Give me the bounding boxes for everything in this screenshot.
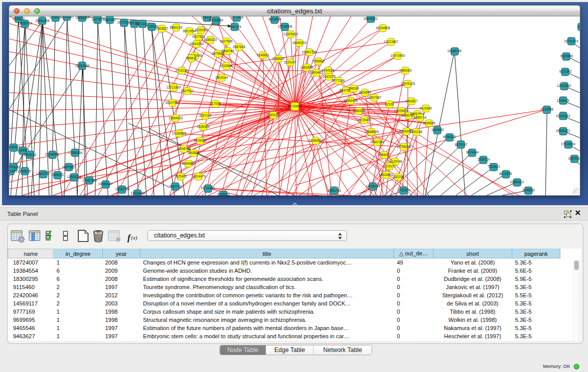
svg-text:8099489: 8099489 [182, 162, 195, 165]
svg-text:1733426: 1733426 [398, 188, 410, 192]
svg-text:16961758: 16961758 [302, 50, 317, 54]
svg-text:3915341: 3915341 [9, 169, 17, 173]
svg-text:9699695: 9699695 [423, 121, 435, 125]
svg-text:10654112: 10654112 [510, 180, 524, 184]
svg-text:19384554: 19384554 [309, 139, 323, 142]
svg-text:16107554: 16107554 [165, 101, 180, 104]
svg-text:15716485: 15716485 [201, 186, 215, 190]
svg-text:9427512: 9427512 [181, 89, 194, 93]
svg-text:16033809: 16033809 [209, 18, 224, 22]
svg-text:16543382: 16543382 [189, 42, 204, 46]
svg-text:252214: 252214 [393, 175, 404, 179]
svg-text:(x): (x) [131, 234, 138, 241]
svg-text:9329966: 9329966 [560, 54, 573, 58]
svg-text:9146821: 9146821 [257, 53, 270, 57]
svg-text:5905132: 5905132 [24, 153, 37, 157]
svg-text:17359934: 17359934 [68, 151, 83, 155]
svg-text:14136141: 14136141 [366, 184, 381, 188]
svg-text:9857791: 9857791 [169, 185, 182, 188]
svg-text:23300273: 23300273 [266, 113, 281, 117]
svg-text:1615172: 1615172 [383, 164, 396, 168]
svg-text:17046708: 17046708 [177, 147, 191, 150]
svg-text:20691406: 20691406 [35, 19, 50, 23]
svg-text:10973493: 10973493 [390, 54, 405, 57]
svg-text:10210643: 10210643 [556, 114, 571, 118]
svg-text:9245012: 9245012 [217, 192, 230, 195]
svg-text:9242848: 9242848 [220, 64, 233, 68]
svg-text:1545193: 1545193 [51, 173, 64, 177]
svg-text:16782759: 16782759 [115, 187, 130, 191]
svg-text:14055714: 14055714 [18, 21, 33, 25]
svg-text:9327546: 9327546 [220, 39, 233, 43]
svg-text:7386322: 7386322 [353, 109, 365, 113]
svg-text:7625402: 7625402 [175, 174, 187, 178]
svg-text:6879197: 6879197 [455, 143, 468, 146]
svg-text:10688609: 10688609 [364, 130, 379, 134]
svg-text:3824554: 3824554 [359, 91, 372, 94]
svg-text:8912954: 8912954 [183, 29, 196, 33]
svg-text:12942757: 12942757 [36, 172, 51, 176]
svg-text:1535354: 1535354 [197, 125, 210, 128]
svg-text:16055267: 16055267 [60, 16, 75, 18]
svg-text:20206551: 20206551 [45, 152, 60, 156]
svg-text:1491236: 1491236 [410, 130, 423, 134]
svg-text:28053346: 28053346 [75, 64, 90, 68]
svg-text:19218506: 19218506 [278, 25, 293, 28]
svg-text:9990443: 9990443 [310, 71, 323, 74]
svg-text:8471676: 8471676 [499, 172, 512, 176]
svg-text:7357274: 7357274 [229, 25, 242, 29]
svg-text:11568137: 11568137 [17, 169, 32, 173]
svg-text:10648784: 10648784 [447, 49, 462, 53]
svg-text:2967608: 2967608 [233, 45, 246, 49]
svg-text:12213967: 12213967 [384, 40, 399, 43]
svg-text:17957255: 17957255 [82, 179, 97, 182]
svg-text:9794028: 9794028 [322, 69, 335, 72]
svg-text:3267110: 3267110 [199, 114, 212, 117]
svg-text:20876821: 20876821 [363, 17, 378, 20]
svg-text:1244415: 1244415 [557, 99, 570, 102]
svg-text:16914479: 16914479 [191, 174, 206, 178]
svg-text:8186323: 8186323 [204, 38, 217, 41]
svg-text:1071918: 1071918 [231, 16, 244, 19]
svg-text:18807249: 18807249 [370, 140, 385, 144]
svg-text:2935114: 2935114 [477, 158, 490, 161]
svg-text:2903144: 2903144 [215, 76, 228, 79]
svg-text:62100: 62100 [385, 102, 394, 106]
svg-text:19166825: 19166825 [172, 132, 187, 135]
svg-text:1640952: 1640952 [431, 128, 444, 132]
svg-text:17975125: 17975125 [401, 82, 416, 85]
svg-text:1167533: 1167533 [568, 157, 580, 160]
svg-text:3226058: 3226058 [195, 28, 208, 32]
svg-text:17016504: 17016504 [561, 142, 576, 146]
svg-text:7663822: 7663822 [156, 27, 168, 30]
svg-text:8938923: 8938923 [443, 135, 456, 139]
svg-text:19524851: 19524851 [379, 173, 394, 177]
svg-text:12213369: 12213369 [166, 85, 181, 89]
svg-text:6466160: 6466160 [103, 18, 116, 21]
svg-text:9215958: 9215958 [541, 107, 554, 111]
svg-text:3493822: 3493822 [187, 151, 200, 155]
svg-text:1362635: 1362635 [300, 65, 313, 69]
svg-text:10958107: 10958107 [98, 182, 113, 186]
svg-text:13325419: 13325419 [284, 32, 298, 36]
svg-text:3220197: 3220197 [284, 60, 297, 64]
svg-text:15692921: 15692921 [556, 129, 571, 133]
svg-text:11123: 11123 [577, 25, 580, 29]
svg-text:9327503: 9327503 [192, 35, 205, 38]
svg-text:117006: 117006 [210, 102, 221, 105]
svg-text:9084067: 9084067 [378, 153, 391, 157]
svg-text:8813054: 8813054 [269, 17, 281, 21]
svg-text:9245652: 9245652 [522, 188, 535, 192]
svg-text:12923448: 12923448 [130, 191, 145, 195]
svg-text:8878332: 8878332 [194, 139, 207, 142]
svg-text:18640910: 18640910 [292, 41, 307, 45]
svg-text:8860124: 8860124 [170, 26, 183, 29]
svg-text:7955812: 7955812 [312, 59, 325, 63]
svg-text:4463627: 4463627 [405, 99, 418, 103]
svg-text:7632621: 7632621 [488, 165, 500, 168]
svg-text:2718120: 2718120 [176, 69, 188, 72]
svg-text:1527607: 1527607 [92, 17, 104, 21]
svg-text:746246: 746246 [348, 86, 359, 90]
svg-text:16154808: 16154808 [376, 26, 390, 30]
svg-text:9115460: 9115460 [420, 106, 432, 110]
